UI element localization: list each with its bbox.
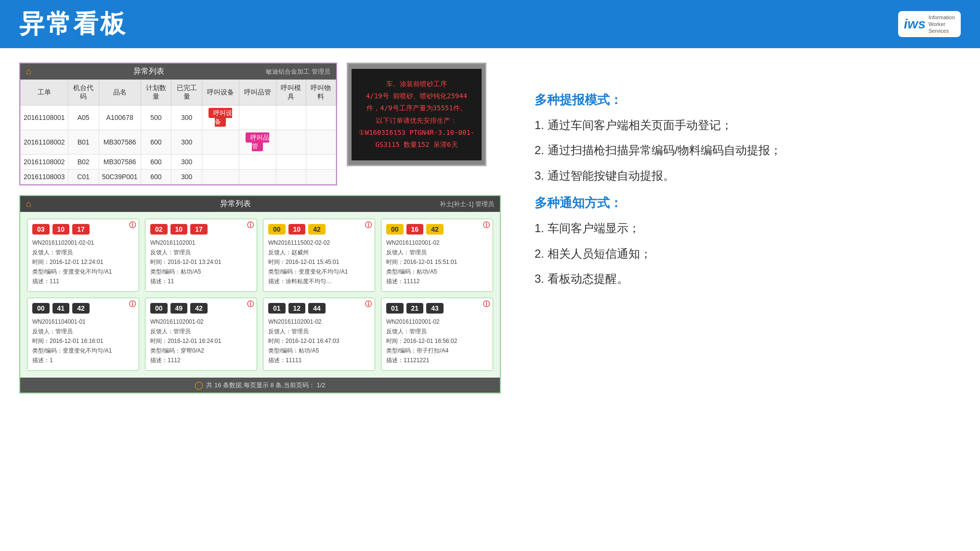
badge-2: 16 [406, 224, 424, 235]
call-qc-btn[interactable]: 呼叫品管 [246, 132, 269, 151]
badge-3: 43 [426, 303, 444, 314]
section1-item-2: 2. 通过扫描枪扫描异常编码/物料编码自动提报； [535, 141, 941, 159]
card-reporter: 反馈人：管理员 [150, 327, 252, 336]
badge-1: 02 [150, 224, 168, 235]
card-type: 类型/编码：变度变化不均匀/A1 [32, 346, 134, 355]
section1-title: 多种提报模式： [535, 92, 941, 108]
col-qc: 呼叫品管 [239, 80, 276, 105]
card-type: 类型/编码：粘功/A5 [268, 346, 370, 355]
card-desc: 描述：1112 [150, 356, 252, 365]
card-close-icon[interactable]: ⓘ [247, 300, 254, 309]
card-badges: 00 10 42 [268, 224, 370, 235]
card-type: 类型/编码：帘子打扣/A4 [386, 346, 488, 355]
pager-icon: ◯ [195, 380, 203, 390]
section2-item-3: 3. 看板动态提醒。 [535, 270, 941, 288]
card-desc: 描述：涂料粘度不均匀… [268, 277, 370, 286]
badge-2: 10 [170, 224, 188, 235]
col-mat: 呼叫物料 [306, 80, 336, 105]
card-close-icon[interactable]: ⓘ [129, 221, 136, 230]
header: 异常看板 iws InformationWorkerServices [0, 0, 980, 48]
card-close-icon[interactable]: ⓘ [483, 300, 490, 309]
col-mold: 呼叫模具 [276, 80, 306, 105]
card-close-icon[interactable]: ⓘ [365, 221, 372, 230]
card-reporter: 反馈人：管理员 [32, 327, 134, 336]
card-reporter: 反馈人：赵威州 [268, 248, 370, 257]
card-type: 类型/编码：粘功/A5 [150, 267, 252, 276]
table-row: 20161108002B02MB307586600300 [21, 155, 336, 170]
kanban-card: ⓘ 00 10 42 WN20161115002-02-02 反馈人：赵威州 时… [263, 219, 375, 292]
card-close-icon[interactable]: ⓘ [365, 300, 372, 309]
col-dev: 呼叫设备 [202, 80, 239, 105]
card-type: 类型/编码：粘功/A5 [386, 267, 488, 276]
left-panels: ⌂ 异常列表 敏迪铝合金加工 管理员 工单 机台代码 品名 计划数量 已完工量 … [19, 63, 501, 394]
card-reporter: 反馈人：管理员 [386, 327, 488, 336]
card-close-icon[interactable]: ⓘ [483, 221, 490, 230]
led-screen: 车、涂装前喷砂工序4/19号 前喷砂、喷砂钝化25944件，4/9号工序产量为3… [347, 63, 486, 166]
card-badges: 01 12 44 [268, 303, 370, 314]
card-desc: 描述：11121221 [386, 356, 488, 365]
badge-2: 21 [406, 303, 424, 314]
logo-text: iws [904, 16, 926, 32]
card-badges: 00 41 42 [32, 303, 134, 314]
card-desc: 描述：111 [32, 277, 134, 286]
kanban-card: ⓘ 00 16 42 WN20161102001-02 反馈人：管理员 时间：2… [381, 219, 493, 292]
anomaly-table-panel: ⌂ 异常列表 敏迪铝合金加工 管理员 工单 机台代码 品名 计划数量 已完工量 … [19, 63, 337, 185]
badge-1: 00 [268, 224, 286, 235]
led-inner: 车、涂装前喷砂工序4/19号 前喷砂、喷砂钝化25944件，4/9号工序产量为3… [352, 69, 482, 160]
card-wn: WN20161104001-01 [32, 317, 134, 326]
card-desc: 描述：11112 [386, 277, 488, 286]
table-row: 20161108002B01MB307586600300呼叫品管 [21, 130, 336, 155]
section2-title: 多种通知方式： [535, 195, 941, 211]
table-panel-title: 异常列表 [31, 66, 266, 77]
table-panel-right: 敏迪铝合金加工 管理员 [266, 67, 330, 76]
card-type: 类型/编码：变度变化不均匀/A1 [268, 267, 370, 276]
main-content: ⌂ 异常列表 敏迪铝合金加工 管理员 工单 机台代码 品名 计划数量 已完工量 … [0, 48, 980, 408]
badge-1: 01 [386, 303, 404, 314]
card-wn: WN20161102001-02 [386, 238, 488, 247]
badge-3: 42 [308, 224, 326, 235]
card-time: 时间：2016-12-01 15:51:01 [386, 258, 488, 266]
kanban-panel-title: 异常列表 [31, 199, 440, 209]
card-badges: 01 21 43 [386, 303, 488, 314]
table-header-bar: ⌂ 异常列表 敏迪铝合金加工 管理员 [20, 64, 336, 79]
top-section: ⌂ 异常列表 敏迪铝合金加工 管理员 工单 机台代码 品名 计划数量 已完工量 … [19, 63, 501, 185]
card-close-icon[interactable]: ⓘ [129, 300, 136, 309]
col-plan: 计划数量 [141, 80, 171, 105]
section2-item-1: 1. 车间客户端显示； [535, 219, 941, 237]
card-wn: WN20161102001-02 [268, 317, 370, 326]
card-wn: WN20161102001-02 [386, 317, 488, 326]
kanban-grid: ⓘ 03 10 17 WN20161102001-02-01 反馈人：管理员 时… [20, 212, 500, 378]
card-badges: 03 10 17 [32, 224, 134, 235]
kanban-header-bar: ⌂ 异常列表 补土[补土-1] 管理员 [20, 196, 500, 212]
badge-1: 00 [32, 303, 50, 314]
card-wn: WN20161115002-02-02 [268, 238, 370, 247]
kanban-footer-text: 共 16 条数据,每页显示 8 条,当前页码： 1/2 [206, 381, 325, 390]
badge-3: 42 [190, 303, 208, 314]
card-desc: 描述：11111 [268, 356, 370, 365]
badge-3: 44 [308, 303, 326, 314]
card-desc: 描述：11 [150, 277, 252, 286]
kanban-panel: ⌂ 异常列表 补土[补土-1] 管理员 ⓘ 03 10 17 WN2016110… [19, 195, 501, 394]
section2-item-2: 2. 相关人员短信通知； [535, 245, 941, 263]
card-badges: 00 49 42 [150, 303, 252, 314]
card-type: 类型/编码：穿帮0/A2 [150, 346, 252, 355]
badge-2: 41 [52, 303, 70, 314]
logo-sub: InformationWorkerServices [928, 14, 955, 35]
logo-area: iws InformationWorkerServices [898, 11, 961, 38]
card-wn: WN20161102001-02-01 [32, 238, 134, 247]
card-badges: 00 16 42 [386, 224, 488, 235]
led-text: 车、涂装前喷砂工序4/19号 前喷砂、喷砂钝化25944件，4/9号工序产量为3… [359, 78, 475, 151]
kanban-card: ⓘ 01 12 44 WN20161102001-02 反馈人：管理员 时间：2… [263, 298, 375, 371]
card-time: 时间：2016-12-01 16:24:01 [150, 337, 252, 345]
card-close-icon[interactable]: ⓘ [247, 221, 254, 230]
col-done: 已完工量 [171, 80, 202, 105]
kanban-card: ⓘ 00 49 42 WN20161102001-02 反馈人：管理员 时间：2… [145, 298, 257, 371]
col-mc: 机台代码 [68, 80, 99, 105]
badge-2: 10 [52, 224, 70, 235]
page-title: 异常看板 [19, 7, 127, 41]
badge-3: 42 [72, 303, 90, 314]
call-dev-btn[interactable]: 呼叫设备 [209, 108, 232, 127]
badge-1: 01 [268, 303, 286, 314]
badge-1: 00 [386, 224, 404, 235]
table-row: 20161108003C0150C39P001600300 [21, 170, 336, 184]
